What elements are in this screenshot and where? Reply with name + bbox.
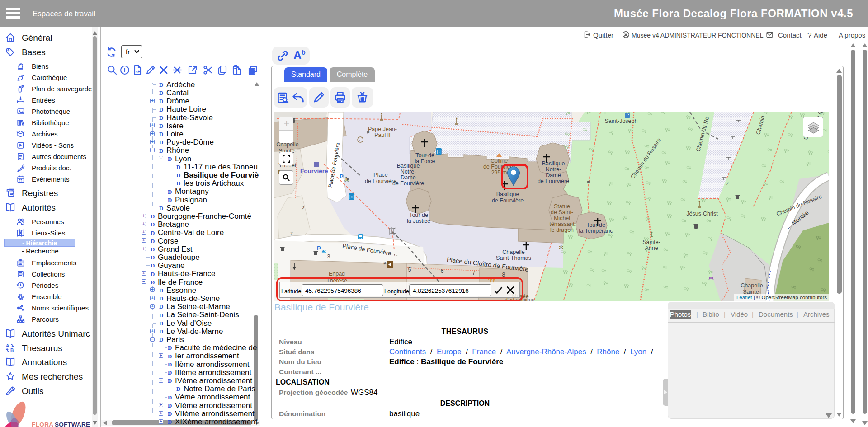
svg-text:Basilique: Basilique <box>496 191 519 197</box>
svg-text:de Saint-: de Saint- <box>551 209 573 216</box>
svg-text:FLORA: FLORA <box>32 421 54 427</box>
svg-text:Notre-: Notre- <box>546 166 561 173</box>
svg-text:le dragon: le dragon <box>550 227 574 233</box>
svg-text:8: 8 <box>502 272 505 278</box>
svg-text:Paul II: Paul II <box>374 132 390 138</box>
svg-text:Statue: Statue <box>554 203 570 210</box>
svg-text:3: 3 <box>327 253 330 260</box>
svg-text:de Fourvière: de Fourvière <box>492 197 524 204</box>
svg-text:la Justice: la Justice <box>407 218 430 224</box>
svg-text:Notre-: Notre- <box>401 169 416 175</box>
svg-text:5: 5 <box>408 267 411 273</box>
svg-text:Dame: Dame <box>401 174 415 181</box>
svg-text:7: 7 <box>472 270 476 276</box>
svg-text:B: B <box>10 348 14 353</box>
svg-text:la Tempéranc: la Tempéranc <box>579 228 613 234</box>
svg-text:[↕]: [↕] <box>349 194 354 199</box>
svg-text:P: P <box>340 173 344 180</box>
svg-text:Colline: Colline <box>491 158 508 164</box>
svg-text:de Fourvière: de Fourvière <box>392 180 424 187</box>
svg-text:Fourvière: Fourvière <box>300 168 328 174</box>
svg-text:P: P <box>317 245 321 252</box>
svg-text:≠: ≠ <box>290 230 293 236</box>
svg-text:Basilique: Basilique <box>542 160 565 167</box>
svg-text:Chapelle: Chapelle <box>502 249 524 255</box>
svg-text:de Fourvière: de Fourvière <box>365 178 396 184</box>
svg-text:≠: ≠ <box>346 176 349 182</box>
svg-text:Michel: Michel <box>554 215 570 221</box>
svg-text:Chapelle: Chapelle <box>741 282 763 289</box>
svg-text:Saint-Thomas: Saint-Thomas <box>496 255 531 261</box>
svg-text:SOFTWARE: SOFTWARE <box>55 421 90 427</box>
svg-text:s+: s+ <box>136 70 140 74</box>
svg-text:6: 6 <box>441 268 444 274</box>
svg-text:Ehpad: Ehpad <box>329 271 345 277</box>
svg-text:≠: ≠ <box>587 179 590 184</box>
svg-text:Tour de: Tour de <box>586 222 605 228</box>
svg-text:A: A <box>6 343 9 348</box>
svg-text:≠: ≠ <box>726 181 729 186</box>
svg-text:de Fourvière: de Fourvière <box>538 178 569 184</box>
svg-text:✻: ✻ <box>559 244 564 251</box>
svg-text:Tour de: Tour de <box>415 152 434 159</box>
svg-text:Pape Jean-: Pape Jean- <box>368 126 397 132</box>
svg-text:Saint-Joseph: Saint-Joseph <box>605 118 638 124</box>
svg-text:2: 2 <box>302 205 305 211</box>
svg-text:🏍: 🏍 <box>321 249 326 253</box>
svg-text:terrassant: terrassant <box>549 221 575 227</box>
svg-text:Basilique: Basilique <box>397 163 420 169</box>
svg-text:Dame: Dame <box>546 172 561 178</box>
svg-text:Tour de: Tour de <box>409 212 428 218</box>
svg-text:≠: ≠ <box>383 260 386 266</box>
svg-text:[↕]: [↕] <box>437 149 442 154</box>
svg-text:Jésus-Christ: Jésus-Christ <box>686 211 718 217</box>
svg-text:Place: Place <box>373 172 387 178</box>
svg-text:≠: ≠ <box>367 129 369 135</box>
